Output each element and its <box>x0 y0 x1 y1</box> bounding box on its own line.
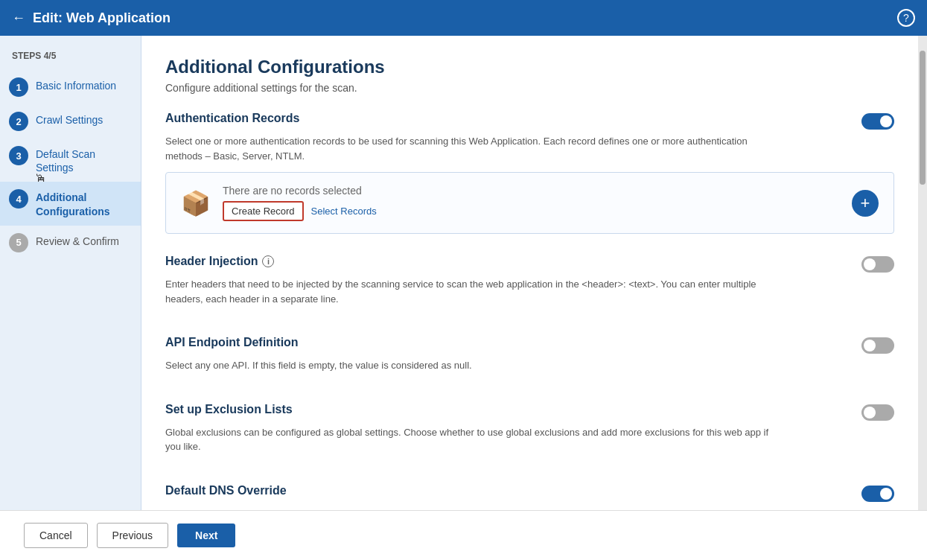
sidebar-item-review-confirm[interactable]: 5 Review & Confirm <box>0 226 141 260</box>
section-dns-title: Default DNS Override <box>165 484 287 497</box>
section-header-inj-title: Header Injection i <box>165 255 274 268</box>
section-header-inj-desc: Enter headers that need to be injected b… <box>165 277 776 306</box>
section-auth-header: Authentication Records <box>165 112 894 130</box>
sidebar-item-label-3: Default Scan Settings <box>36 146 132 174</box>
api-endpoint-toggle[interactable] <box>861 337 894 354</box>
help-button[interactable]: ? <box>897 9 915 27</box>
auth-add-button[interactable]: + <box>852 190 879 217</box>
page-subtitle: Configure additional settings for the sc… <box>165 82 894 94</box>
section-dns-override: Default DNS Override Select one or more … <box>165 484 894 511</box>
footer: Cancel Previous Next <box>0 510 927 560</box>
section-auth-title: Authentication Records <box>165 112 299 125</box>
back-icon[interactable]: ← <box>12 10 25 26</box>
step-number-5: 5 <box>9 233 28 252</box>
main-layout: STEPS 4/5 1 Basic Information 2 Crawl Se… <box>0 36 927 510</box>
auth-select-records-link[interactable]: Select Records <box>311 206 377 217</box>
sidebar-item-crawl-settings[interactable]: 2 Crawl Settings <box>0 104 141 139</box>
api-endpoint-toggle-slider <box>861 337 894 354</box>
sidebar-item-additional-configurations[interactable]: 4 Additional Configurations <box>0 182 141 225</box>
header-injection-info-icon[interactable]: i <box>262 255 274 267</box>
auth-create-record-button[interactable]: Create Record <box>223 201 304 221</box>
section-exclusion-lists: Set up Exclusion Lists Global exclusions… <box>165 403 894 463</box>
sidebar-item-label-4: Additional Configurations <box>36 189 132 217</box>
exclusion-lists-toggle[interactable] <box>861 404 894 421</box>
step-number-4: 4 <box>9 189 28 209</box>
auth-record-content: There are no records selected Create Rec… <box>223 185 840 221</box>
section-api-header: API Endpoint Definition <box>165 336 894 354</box>
sidebar-item-label-1: Basic Information <box>36 77 116 92</box>
title-prefix: Edit: <box>33 10 66 25</box>
section-header-inj-header: Header Injection i <box>165 255 894 273</box>
header-injection-toggle-slider <box>861 256 894 273</box>
auth-no-records-text: There are no records selected <box>223 185 840 197</box>
section-header-injection: Header Injection i Enter headers that ne… <box>165 255 894 315</box>
header-title: Edit: Web Application <box>33 10 171 26</box>
section-exclusion-header: Set up Exclusion Lists <box>165 403 894 421</box>
dns-override-toggle[interactable] <box>861 486 894 502</box>
header-injection-toggle[interactable] <box>861 256 894 273</box>
auth-box-icon: 📦 <box>181 189 211 217</box>
header-left: ← Edit: Web Application <box>12 10 171 26</box>
exclusion-toggle-slider <box>861 404 894 421</box>
section-api-title: API Endpoint Definition <box>165 336 299 349</box>
dns-toggle-slider <box>861 486 894 502</box>
cancel-button[interactable]: Cancel <box>24 523 88 548</box>
section-exclusion-title: Set up Exclusion Lists <box>165 403 293 416</box>
sidebar-item-default-scan-settings[interactable]: 3 Default Scan Settings 🖱︎ <box>0 139 141 182</box>
sidebar: STEPS 4/5 1 Basic Information 2 Crawl Se… <box>0 36 141 510</box>
auth-record-actions: Create Record Select Records <box>223 201 840 221</box>
step-number-1: 1 <box>9 77 28 97</box>
content-area: Additional Configurations Configure addi… <box>141 36 918 510</box>
page-title: Additional Configurations <box>165 57 894 77</box>
section-api-endpoint: API Endpoint Definition Select any one A… <box>165 336 894 382</box>
section-dns-header: Default DNS Override <box>165 484 894 502</box>
steps-label: STEPS 4/5 <box>0 51 141 70</box>
section-auth-desc: Select one or more authentication record… <box>165 134 776 163</box>
previous-button[interactable]: Previous <box>97 523 168 548</box>
step-number-2: 2 <box>9 112 28 131</box>
step-number-3: 3 <box>9 146 28 165</box>
scrollbar[interactable] <box>918 36 927 510</box>
sidebar-item-label-5: Review & Confirm <box>36 233 119 248</box>
auth-records-toggle[interactable] <box>861 113 894 130</box>
app-header: ← Edit: Web Application ? <box>0 0 927 36</box>
sidebar-item-label-2: Crawl Settings <box>36 112 103 127</box>
section-api-desc: Select any one API. If this field is emp… <box>165 358 776 373</box>
auth-record-box: 📦 There are no records selected Create R… <box>165 172 894 234</box>
auth-toggle-slider <box>861 113 894 130</box>
next-button[interactable]: Next <box>177 524 235 547</box>
section-exclusion-desc: Global exclusions can be configured as g… <box>165 425 776 454</box>
title-main: Web Application <box>66 10 171 25</box>
section-auth-records: Authentication Records Select one or mor… <box>165 112 894 234</box>
sidebar-item-basic-information[interactable]: 1 Basic Information <box>0 70 141 104</box>
scrollbar-thumb <box>920 51 926 185</box>
